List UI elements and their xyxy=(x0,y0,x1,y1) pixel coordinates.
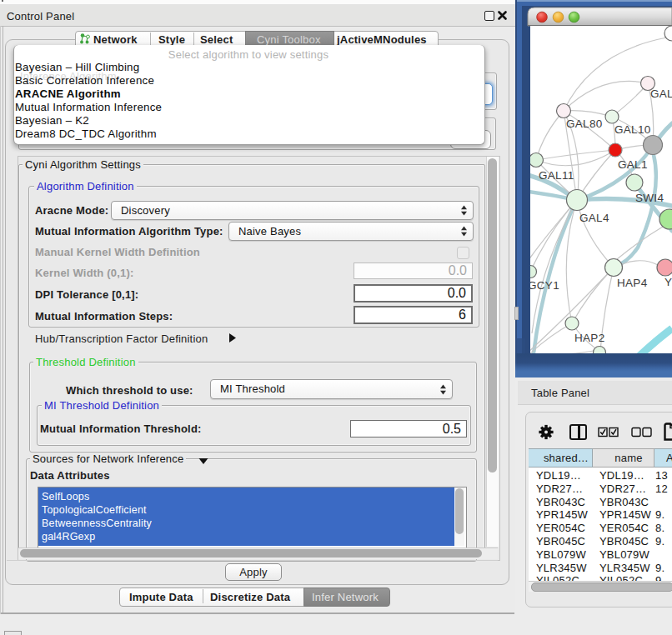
svg-text:HAP4: HAP4 xyxy=(617,277,648,289)
svg-text:HAP2: HAP2 xyxy=(574,332,604,344)
svg-text:Y: Y xyxy=(664,276,672,288)
svg-text:GAL80: GAL80 xyxy=(566,118,603,130)
svg-text:GAL: GAL xyxy=(650,88,672,100)
svg-text:GAL11: GAL11 xyxy=(539,169,574,182)
svg-text:GAL1: GAL1 xyxy=(618,158,648,171)
svg-text:GCY1: GCY1 xyxy=(528,279,559,292)
svg-text:GAL10: GAL10 xyxy=(614,123,651,136)
svg-text:GAL4: GAL4 xyxy=(579,212,609,224)
svg-text:SWI4: SWI4 xyxy=(635,192,664,204)
